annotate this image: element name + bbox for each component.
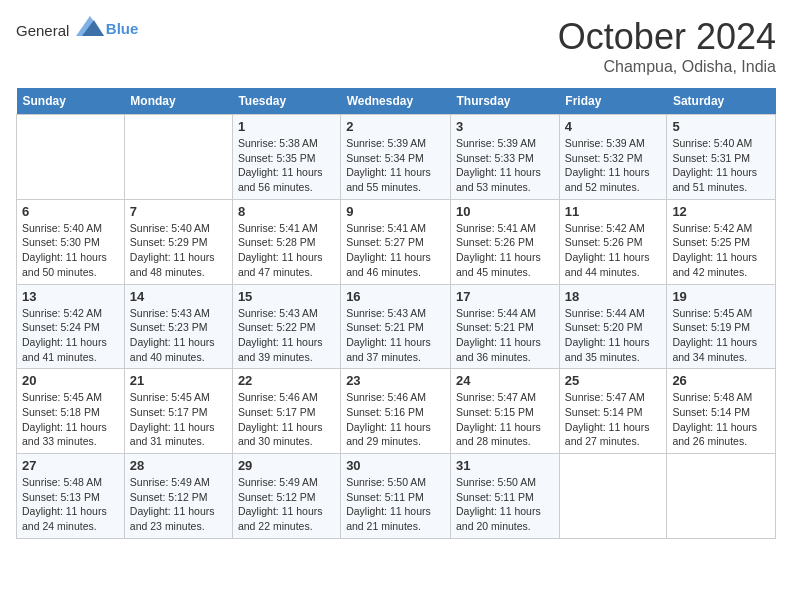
- calendar-week-2: 13Sunrise: 5:42 AMSunset: 5:24 PMDayligh…: [17, 284, 776, 369]
- cell-info: Sunrise: 5:49 AMSunset: 5:12 PMDaylight:…: [130, 475, 227, 534]
- calendar-week-0: 1Sunrise: 5:38 AMSunset: 5:35 PMDaylight…: [17, 115, 776, 200]
- cell-info: Sunrise: 5:50 AMSunset: 5:11 PMDaylight:…: [346, 475, 445, 534]
- cell-info: Sunrise: 5:39 AMSunset: 5:34 PMDaylight:…: [346, 136, 445, 195]
- cell-info: Sunrise: 5:45 AMSunset: 5:19 PMDaylight:…: [672, 306, 770, 365]
- day-number: 23: [346, 373, 445, 388]
- calendar-cell: 6Sunrise: 5:40 AMSunset: 5:30 PMDaylight…: [17, 199, 125, 284]
- month-title: October 2024: [558, 16, 776, 58]
- cell-info: Sunrise: 5:43 AMSunset: 5:22 PMDaylight:…: [238, 306, 335, 365]
- calendar-cell: 2Sunrise: 5:39 AMSunset: 5:34 PMDaylight…: [341, 115, 451, 200]
- calendar-cell: 9Sunrise: 5:41 AMSunset: 5:27 PMDaylight…: [341, 199, 451, 284]
- cell-info: Sunrise: 5:40 AMSunset: 5:29 PMDaylight:…: [130, 221, 227, 280]
- day-number: 31: [456, 458, 554, 473]
- day-header-monday: Monday: [124, 88, 232, 115]
- day-number: 10: [456, 204, 554, 219]
- cell-info: Sunrise: 5:48 AMSunset: 5:14 PMDaylight:…: [672, 390, 770, 449]
- day-number: 29: [238, 458, 335, 473]
- calendar-cell: 28Sunrise: 5:49 AMSunset: 5:12 PMDayligh…: [124, 454, 232, 539]
- cell-info: Sunrise: 5:45 AMSunset: 5:18 PMDaylight:…: [22, 390, 119, 449]
- calendar-cell: 1Sunrise: 5:38 AMSunset: 5:35 PMDaylight…: [232, 115, 340, 200]
- cell-info: Sunrise: 5:46 AMSunset: 5:16 PMDaylight:…: [346, 390, 445, 449]
- calendar-cell: 20Sunrise: 5:45 AMSunset: 5:18 PMDayligh…: [17, 369, 125, 454]
- calendar-cell: 19Sunrise: 5:45 AMSunset: 5:19 PMDayligh…: [667, 284, 776, 369]
- day-number: 8: [238, 204, 335, 219]
- calendar-cell: [17, 115, 125, 200]
- cell-info: Sunrise: 5:47 AMSunset: 5:15 PMDaylight:…: [456, 390, 554, 449]
- calendar-cell: 13Sunrise: 5:42 AMSunset: 5:24 PMDayligh…: [17, 284, 125, 369]
- cell-info: Sunrise: 5:39 AMSunset: 5:33 PMDaylight:…: [456, 136, 554, 195]
- cell-info: Sunrise: 5:46 AMSunset: 5:17 PMDaylight:…: [238, 390, 335, 449]
- cell-info: Sunrise: 5:48 AMSunset: 5:13 PMDaylight:…: [22, 475, 119, 534]
- day-number: 18: [565, 289, 662, 304]
- cell-info: Sunrise: 5:49 AMSunset: 5:12 PMDaylight:…: [238, 475, 335, 534]
- day-number: 25: [565, 373, 662, 388]
- day-number: 4: [565, 119, 662, 134]
- cell-info: Sunrise: 5:50 AMSunset: 5:11 PMDaylight:…: [456, 475, 554, 534]
- cell-info: Sunrise: 5:38 AMSunset: 5:35 PMDaylight:…: [238, 136, 335, 195]
- day-number: 21: [130, 373, 227, 388]
- day-number: 22: [238, 373, 335, 388]
- logo-text-blue: Blue: [106, 20, 139, 37]
- cell-info: Sunrise: 5:42 AMSunset: 5:26 PMDaylight:…: [565, 221, 662, 280]
- day-number: 15: [238, 289, 335, 304]
- day-number: 24: [456, 373, 554, 388]
- calendar-cell: 5Sunrise: 5:40 AMSunset: 5:31 PMDaylight…: [667, 115, 776, 200]
- cell-info: Sunrise: 5:40 AMSunset: 5:30 PMDaylight:…: [22, 221, 119, 280]
- cell-info: Sunrise: 5:39 AMSunset: 5:32 PMDaylight:…: [565, 136, 662, 195]
- title-block: October 2024 Champua, Odisha, India: [558, 16, 776, 76]
- calendar-cell: 11Sunrise: 5:42 AMSunset: 5:26 PMDayligh…: [559, 199, 667, 284]
- calendar-cell: [667, 454, 776, 539]
- calendar-cell: 8Sunrise: 5:41 AMSunset: 5:28 PMDaylight…: [232, 199, 340, 284]
- calendar-cell: 27Sunrise: 5:48 AMSunset: 5:13 PMDayligh…: [17, 454, 125, 539]
- calendar-cell: 24Sunrise: 5:47 AMSunset: 5:15 PMDayligh…: [451, 369, 560, 454]
- calendar-cell: 10Sunrise: 5:41 AMSunset: 5:26 PMDayligh…: [451, 199, 560, 284]
- logo: General Blue: [16, 16, 138, 40]
- calendar-cell: [124, 115, 232, 200]
- day-header-friday: Friday: [559, 88, 667, 115]
- logo-text-general: General: [16, 22, 69, 39]
- calendar-cell: 15Sunrise: 5:43 AMSunset: 5:22 PMDayligh…: [232, 284, 340, 369]
- day-number: 11: [565, 204, 662, 219]
- calendar-week-4: 27Sunrise: 5:48 AMSunset: 5:13 PMDayligh…: [17, 454, 776, 539]
- day-number: 17: [456, 289, 554, 304]
- day-number: 7: [130, 204, 227, 219]
- cell-info: Sunrise: 5:42 AMSunset: 5:24 PMDaylight:…: [22, 306, 119, 365]
- calendar-week-3: 20Sunrise: 5:45 AMSunset: 5:18 PMDayligh…: [17, 369, 776, 454]
- cell-info: Sunrise: 5:44 AMSunset: 5:20 PMDaylight:…: [565, 306, 662, 365]
- calendar-cell: 7Sunrise: 5:40 AMSunset: 5:29 PMDaylight…: [124, 199, 232, 284]
- calendar-cell: 12Sunrise: 5:42 AMSunset: 5:25 PMDayligh…: [667, 199, 776, 284]
- cell-info: Sunrise: 5:41 AMSunset: 5:26 PMDaylight:…: [456, 221, 554, 280]
- day-number: 12: [672, 204, 770, 219]
- day-number: 28: [130, 458, 227, 473]
- calendar-cell: 23Sunrise: 5:46 AMSunset: 5:16 PMDayligh…: [341, 369, 451, 454]
- calendar-cell: 18Sunrise: 5:44 AMSunset: 5:20 PMDayligh…: [559, 284, 667, 369]
- calendar-body: 1Sunrise: 5:38 AMSunset: 5:35 PMDaylight…: [17, 115, 776, 539]
- cell-info: Sunrise: 5:43 AMSunset: 5:21 PMDaylight:…: [346, 306, 445, 365]
- calendar-cell: 31Sunrise: 5:50 AMSunset: 5:11 PMDayligh…: [451, 454, 560, 539]
- calendar-cell: 3Sunrise: 5:39 AMSunset: 5:33 PMDaylight…: [451, 115, 560, 200]
- calendar-table: SundayMondayTuesdayWednesdayThursdayFrid…: [16, 88, 776, 539]
- calendar-cell: 25Sunrise: 5:47 AMSunset: 5:14 PMDayligh…: [559, 369, 667, 454]
- day-header-tuesday: Tuesday: [232, 88, 340, 115]
- day-header-wednesday: Wednesday: [341, 88, 451, 115]
- calendar-cell: 16Sunrise: 5:43 AMSunset: 5:21 PMDayligh…: [341, 284, 451, 369]
- day-header-thursday: Thursday: [451, 88, 560, 115]
- day-number: 3: [456, 119, 554, 134]
- calendar-cell: 4Sunrise: 5:39 AMSunset: 5:32 PMDaylight…: [559, 115, 667, 200]
- calendar-cell: 30Sunrise: 5:50 AMSunset: 5:11 PMDayligh…: [341, 454, 451, 539]
- day-number: 5: [672, 119, 770, 134]
- calendar-cell: 14Sunrise: 5:43 AMSunset: 5:23 PMDayligh…: [124, 284, 232, 369]
- calendar-cell: 17Sunrise: 5:44 AMSunset: 5:21 PMDayligh…: [451, 284, 560, 369]
- calendar-week-1: 6Sunrise: 5:40 AMSunset: 5:30 PMDaylight…: [17, 199, 776, 284]
- location: Champua, Odisha, India: [558, 58, 776, 76]
- day-number: 6: [22, 204, 119, 219]
- day-header-saturday: Saturday: [667, 88, 776, 115]
- day-number: 27: [22, 458, 119, 473]
- day-number: 9: [346, 204, 445, 219]
- day-number: 1: [238, 119, 335, 134]
- cell-info: Sunrise: 5:45 AMSunset: 5:17 PMDaylight:…: [130, 390, 227, 449]
- cell-info: Sunrise: 5:40 AMSunset: 5:31 PMDaylight:…: [672, 136, 770, 195]
- logo-icon: [76, 16, 104, 36]
- cell-info: Sunrise: 5:44 AMSunset: 5:21 PMDaylight:…: [456, 306, 554, 365]
- day-number: 14: [130, 289, 227, 304]
